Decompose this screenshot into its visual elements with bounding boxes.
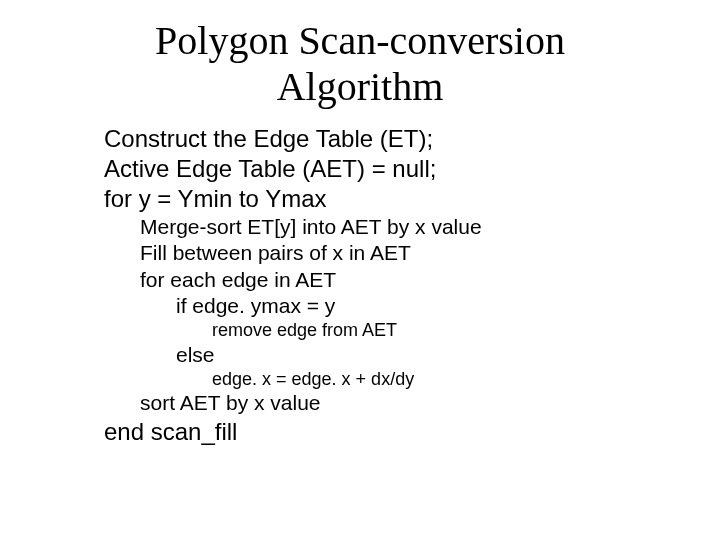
pseudocode-line: sort AET by x value (140, 390, 720, 416)
pseudocode-line: else (176, 342, 720, 368)
title-line-2: Algorithm (277, 64, 444, 109)
pseudocode-line: for each edge in AET (140, 267, 720, 293)
slide-title: Polygon Scan-conversion Algorithm (0, 0, 720, 110)
pseudocode-line: remove edge from AET (212, 319, 720, 342)
pseudocode-line: Active Edge Table (AET) = null; (104, 154, 720, 184)
pseudocode-line: for y = Ymin to Ymax (104, 184, 720, 214)
pseudocode-line: Fill between pairs of x in AET (140, 240, 720, 266)
title-line-1: Polygon Scan-conversion (155, 18, 565, 63)
pseudocode-line: edge. x = edge. x + dx/dy (212, 368, 720, 391)
pseudocode-line: end scan_fill (104, 417, 720, 447)
pseudocode-line: Construct the Edge Table (ET); (104, 124, 720, 154)
pseudocode-line: Merge-sort ET[y] into AET by x value (140, 214, 720, 240)
slide-body: Construct the Edge Table (ET); Active Ed… (104, 124, 720, 447)
pseudocode-line: if edge. ymax = y (176, 293, 720, 319)
